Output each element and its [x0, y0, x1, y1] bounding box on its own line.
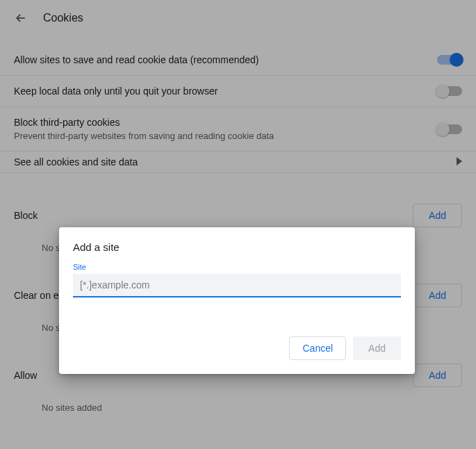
toggle-allow-cookies[interactable] [437, 55, 462, 65]
section-title: Block [14, 210, 38, 221]
empty-allow: No sites added [0, 394, 476, 421]
row-label: Allow sites to save and read cookie data… [14, 54, 259, 65]
header: Cookies [0, 0, 476, 32]
site-input[interactable] [73, 274, 401, 297]
back-arrow-icon[interactable] [14, 11, 28, 25]
site-field-label: Site [73, 263, 401, 271]
chevron-right-icon [457, 156, 462, 168]
row-keep-local[interactable]: Keep local data only until you quit your… [0, 76, 476, 107]
row-label: Keep local data only until you quit your… [14, 85, 218, 97]
page-title: Cookies [43, 12, 83, 24]
row-block-third-party[interactable]: Block third-party cookies Prevent third-… [0, 107, 476, 152]
row-see-all-cookies[interactable]: See all cookies and site data [0, 152, 476, 173]
toggle-block-third-party[interactable] [437, 124, 462, 134]
add-block-button[interactable]: Add [413, 204, 462, 227]
add-button[interactable]: Add [353, 336, 401, 360]
dialog-title: Add a site [73, 241, 401, 253]
row-label: See all cookies and site data [14, 156, 138, 168]
section-title: Allow [14, 370, 37, 381]
row-sublabel: Prevent third-party websites from saving… [14, 131, 274, 141]
cancel-button[interactable]: Cancel [289, 336, 346, 360]
add-allow-button[interactable]: Add [413, 364, 462, 387]
toggle-keep-local[interactable] [437, 86, 462, 96]
add-clear-exit-button[interactable]: Add [413, 284, 462, 307]
add-site-dialog: Add a site Site Cancel Add [59, 227, 415, 374]
row-allow-cookies[interactable]: Allow sites to save and read cookie data… [0, 44, 476, 76]
row-label: Block third-party cookies [14, 117, 274, 128]
